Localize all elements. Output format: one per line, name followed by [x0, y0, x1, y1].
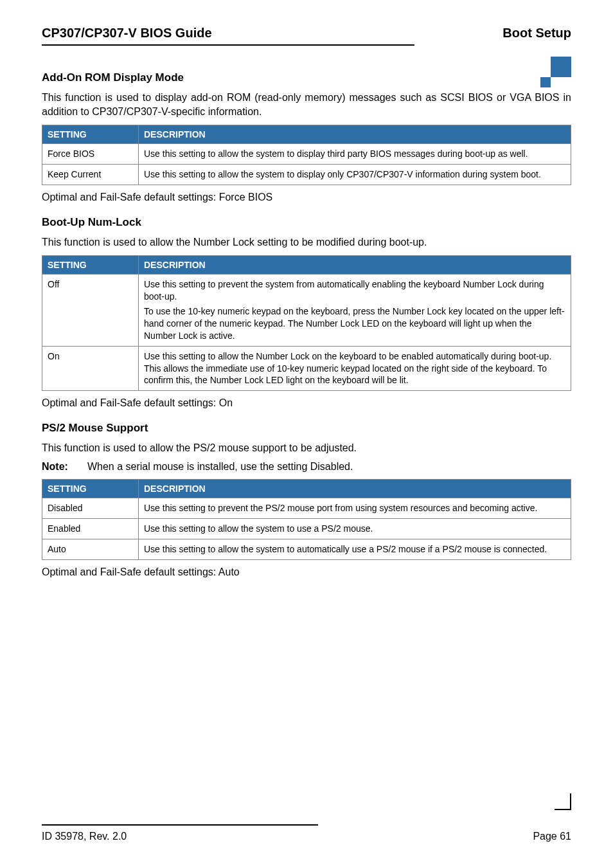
page-header: CP307/CP307-V BIOS Guide Boot Setup — [42, 26, 571, 41]
cell-description: Use this setting to allow the system to … — [139, 519, 571, 539]
table-row: Enabled Use this setting to allow the sy… — [42, 519, 571, 539]
cell-description: Use this setting to prevent the system f… — [139, 275, 571, 346]
cell-setting: Keep Current — [42, 165, 139, 185]
table-header-setting: SETTING — [42, 256, 139, 275]
note-row: Note: When a serial mouse is installed, … — [42, 461, 571, 473]
page-footer: ID 35978, Rev. 2.0 Page 61 — [42, 824, 571, 842]
table-row: Disabled Use this setting to prevent the… — [42, 498, 571, 519]
table-row: Off Use this setting to prevent the syst… — [42, 275, 571, 346]
section-title-addon-rom: Add-On ROM Display Mode — [42, 71, 571, 84]
section-intro-ps2: This function is used to allow the PS/2 … — [42, 441, 571, 455]
cell-setting: Enabled — [42, 519, 139, 539]
footer-left: ID 35978, Rev. 2.0 — [42, 831, 127, 842]
cell-description: Use this setting to allow the system to … — [139, 539, 571, 560]
header-rule — [42, 44, 414, 46]
header-left: CP307/CP307-V BIOS Guide — [42, 26, 212, 41]
decorative-corner-icon — [533, 57, 571, 95]
cell-setting: Auto — [42, 539, 139, 560]
cell-description: Use this setting to allow the system to … — [139, 165, 571, 185]
cell-description: Use this setting to prevent the PS/2 mou… — [139, 498, 571, 519]
table-header-setting: SETTING — [42, 125, 139, 144]
cell-paragraph: To use the 10-key numeric keypad on the … — [144, 305, 565, 342]
cell-description: Use this setting to allow the system to … — [139, 144, 571, 165]
cell-description: Use this setting to allow the Number Loc… — [139, 346, 571, 391]
footer-right: Page 61 — [533, 831, 571, 842]
cell-setting: On — [42, 346, 139, 391]
header-right: Boot Setup — [502, 26, 571, 41]
note-label: Note: — [42, 461, 68, 473]
cell-setting: Off — [42, 275, 139, 346]
section-intro-numlock: This function is used to allow the Numbe… — [42, 235, 571, 249]
table-numlock: SETTING DESCRIPTION Off Use this setting… — [42, 255, 571, 391]
table-ps2: SETTING DESCRIPTION Disabled Use this se… — [42, 479, 571, 560]
table-header-description: DESCRIPTION — [139, 256, 571, 275]
table-row: Auto Use this setting to allow the syste… — [42, 539, 571, 560]
note-text: When a serial mouse is installed, use th… — [87, 461, 353, 473]
section-footer-addon-rom: Optimal and Fail-Safe default settings: … — [42, 190, 571, 204]
table-row: Keep Current Use this setting to allow t… — [42, 165, 571, 185]
section-footer-ps2: Optimal and Fail-Safe default settings: … — [42, 565, 571, 579]
table-row: On Use this setting to allow the Number … — [42, 346, 571, 391]
section-intro-addon-rom: This function is used to display add-on … — [42, 91, 571, 118]
section-title-numlock: Boot-Up Num-Lock — [42, 216, 571, 229]
table-addon-rom: SETTING DESCRIPTION Force BIOS Use this … — [42, 125, 571, 185]
section-title-ps2: PS/2 Mouse Support — [42, 422, 571, 435]
table-header-description: DESCRIPTION — [139, 480, 571, 498]
footer-rule — [42, 824, 318, 826]
table-row: Force BIOS Use this setting to allow the… — [42, 144, 571, 165]
table-header-setting: SETTING — [42, 480, 139, 498]
section-footer-numlock: Optimal and Fail-Safe default settings: … — [42, 396, 571, 410]
cell-setting: Disabled — [42, 498, 139, 519]
cell-paragraph: Use this setting to prevent the system f… — [144, 278, 565, 303]
decorative-corner-bottom-icon — [555, 793, 571, 810]
table-header-description: DESCRIPTION — [139, 125, 571, 144]
cell-setting: Force BIOS — [42, 144, 139, 165]
